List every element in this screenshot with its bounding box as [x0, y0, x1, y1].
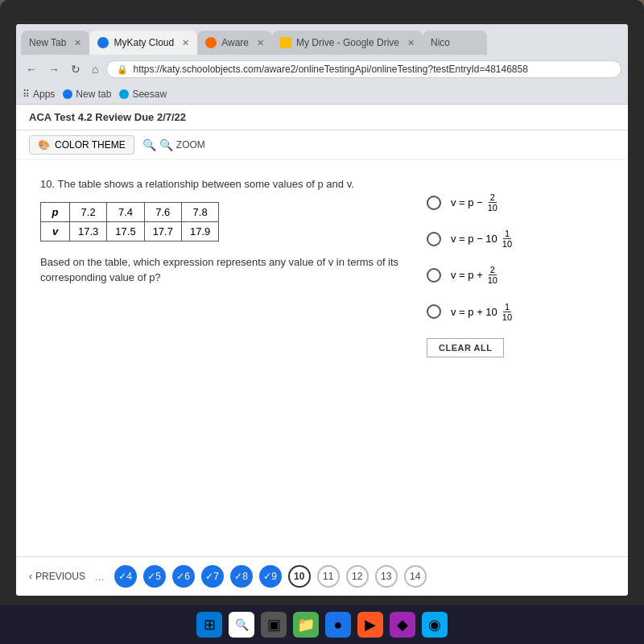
answer-choices: v = p − 2 10 v = p − 10 1 10 — [427, 176, 604, 540]
tab-close-mykaty[interactable]: ✕ — [182, 38, 189, 48]
address-bar-row: ← → ↻ ⌂ 🔒 https://katy.schoolobjects.com… — [16, 55, 628, 84]
page-11[interactable]: 11 — [317, 565, 340, 588]
page-4[interactable]: ✓4 — [114, 565, 137, 588]
tab-label-mykaty: MyKaty Cloud — [114, 37, 174, 48]
fraction-a: 2 10 — [486, 192, 499, 213]
radio-d[interactable] — [427, 304, 441, 319]
prev-arrow-icon: ‹ — [29, 571, 32, 582]
page-14[interactable]: 14 — [404, 565, 427, 588]
tab-nico[interactable]: Nico — [423, 31, 487, 55]
check-8-icon: ✓8 — [234, 571, 248, 582]
fraction-d: 1 10 — [501, 302, 514, 322]
color-theme-button[interactable]: 🎨 COLOR THEME — [29, 135, 134, 155]
tab-aware[interactable]: Aware ✕ — [197, 31, 272, 55]
radio-a[interactable] — [427, 196, 441, 210]
task-view-icon[interactable]: ▣ — [261, 612, 287, 638]
color-theme-label: COLOR THEME — [55, 139, 126, 151]
lock-icon: 🔒 — [117, 64, 128, 75]
values-table: p 7.2 7.4 7.6 7.8 v 17.3 17.5 17.7 17.9 — [40, 202, 219, 242]
check-6-icon: ✓6 — [176, 571, 190, 582]
page-title: ACA Test 4.2 Review Due 2/7/22 — [29, 111, 186, 123]
tab-favicon-drive — [280, 37, 291, 48]
windows-start-icon[interactable]: ⊞ — [196, 612, 222, 638]
tab-label-aware: Aware — [221, 37, 249, 48]
zoom-in-icon[interactable]: 🔍 — [159, 138, 173, 151]
browser-chrome: New Tab ✕ MyKaty Cloud ✕ Aware ✕ My Driv… — [16, 24, 628, 105]
tab-close-drive[interactable]: ✕ — [407, 38, 415, 48]
home-button[interactable]: ⌂ — [89, 61, 101, 77]
app-icon-1[interactable]: ▶ — [357, 612, 383, 638]
clear-all-button[interactable]: CLEAR ALL — [427, 338, 504, 357]
answer-option-b[interactable]: v = p − 10 1 10 — [427, 229, 604, 249]
page-10[interactable]: 10 — [288, 565, 311, 588]
question-text: 10. The table shows a relationship betwe… — [40, 176, 411, 192]
search-taskbar-icon[interactable]: 🔍 — [229, 612, 254, 638]
bookmarks-bar: ⠿ Apps New tab Seesaw — [16, 84, 628, 105]
page-13[interactable]: 13 — [375, 565, 398, 588]
previous-button[interactable]: ‹ PREVIOUS — [29, 571, 85, 582]
bookmark-newtab-icon — [63, 89, 72, 99]
page-12[interactable]: 12 — [346, 565, 369, 588]
bookmark-apps[interactable]: ⠿ Apps — [23, 89, 55, 100]
main-content: ACA Test 4.2 Review Due 2/7/22 🎨 COLOR T… — [16, 105, 628, 596]
radio-b[interactable] — [427, 232, 441, 246]
tab-mykaty[interactable]: MyKaty Cloud ✕ — [89, 31, 197, 55]
answer-expr-b: v = p − 10 1 10 — [451, 229, 514, 249]
taskbar: ⊞ 🔍 ▣ 📁 ● ▶ ◆ ◉ — [0, 605, 644, 644]
check-4-icon: ✓4 — [118, 571, 132, 582]
tab-label-nico: Nico — [431, 37, 450, 48]
tab-favicon-mykaty — [97, 37, 109, 48]
v-val-4: 17.9 — [181, 221, 218, 241]
answer-option-c[interactable]: v = p + 2 10 — [427, 265, 604, 285]
back-button[interactable]: ← — [23, 61, 40, 77]
question-body: The table shows a relationship between s… — [57, 178, 353, 190]
check-7-icon: ✓7 — [205, 571, 219, 582]
zoom-area: 🔍 🔍 ZOOM — [142, 138, 205, 151]
bookmark-new-tab[interactable]: New tab — [63, 89, 111, 100]
bookmark-seesaw[interactable]: Seesaw — [119, 89, 167, 100]
answer-option-a[interactable]: v = p − 2 10 — [427, 192, 604, 213]
page-14-label: 14 — [410, 571, 420, 582]
tab-label-drive: My Drive - Google Drive — [296, 37, 399, 48]
page-9[interactable]: ✓9 — [259, 565, 282, 588]
bookmark-seesaw-label: Seesaw — [132, 89, 167, 100]
page-12-label: 12 — [352, 571, 362, 582]
page-8[interactable]: ✓8 — [230, 565, 253, 588]
page-10-label: 10 — [294, 571, 304, 582]
chrome-icon[interactable]: ● — [325, 612, 351, 638]
bookmark-newtab-label: New tab — [76, 89, 111, 100]
nav-dots: ... — [95, 570, 105, 583]
page-11-label: 11 — [323, 571, 333, 582]
answer-option-d[interactable]: v = p + 10 1 10 — [427, 302, 604, 322]
follow-up-text: Based on the table, which expression rep… — [40, 254, 411, 286]
forward-button[interactable]: → — [45, 61, 63, 77]
address-bar[interactable]: 🔒 https://katy.schoolobjects.com/aware2/… — [106, 60, 621, 78]
files-icon[interactable]: 📁 — [293, 612, 319, 638]
page-7[interactable]: ✓7 — [201, 565, 224, 588]
question-area: 10. The table shows a relationship betwe… — [16, 160, 628, 556]
apps-grid-icon: ⠿ — [23, 89, 30, 100]
tab-close-icon[interactable]: ✕ — [74, 38, 81, 48]
p-val-4: 7.8 — [181, 202, 218, 221]
address-text: https://katy.schoolobjects.com/aware2/on… — [133, 64, 527, 75]
page-5[interactable]: ✓5 — [143, 565, 166, 588]
tab-close-aware[interactable]: ✕ — [257, 38, 264, 48]
refresh-button[interactable]: ↻ — [68, 61, 84, 77]
app-icon-3[interactable]: ◉ — [422, 612, 448, 638]
bottom-nav: ‹ PREVIOUS ... ✓4 ✓5 ✓6 ✓7 ✓8 ✓9 — [16, 556, 628, 596]
zoom-out-icon[interactable]: 🔍 — [142, 138, 156, 151]
page-6[interactable]: ✓6 — [172, 565, 195, 588]
radio-c[interactable] — [427, 268, 441, 283]
page-header: ACA Test 4.2 Review Due 2/7/22 — [16, 105, 628, 130]
bookmark-seesaw-icon — [119, 89, 129, 99]
tab-label: New Tab — [29, 37, 66, 48]
question-left: 10. The table shows a relationship betwe… — [40, 176, 411, 540]
check-9-icon: ✓9 — [263, 571, 277, 582]
page-13-label: 13 — [381, 571, 391, 582]
p-val-1: 7.2 — [70, 202, 107, 221]
palette-icon: 🎨 — [38, 139, 50, 151]
app-icon-2[interactable]: ◆ — [390, 612, 415, 638]
tab-drive[interactable]: My Drive - Google Drive ✕ — [272, 31, 423, 55]
tab-new-tab[interactable]: New Tab ✕ — [21, 31, 89, 55]
p-val-3: 7.6 — [144, 202, 181, 221]
